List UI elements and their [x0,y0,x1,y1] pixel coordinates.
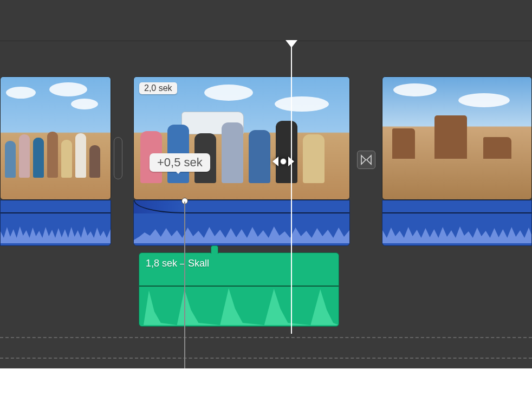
waveform [139,287,339,325]
timeline-guide-line [0,337,532,338]
volume-line[interactable] [1,212,111,213]
attached-audio-clip[interactable]: 1,8 sek – Skall [139,252,339,327]
volume-line[interactable] [139,286,339,287]
attached-audio-label: 1,8 sek – Skall [146,258,209,269]
clip-3-audio-track[interactable] [382,200,532,246]
fade-delta-tooltip: +0,5 sek [150,153,210,172]
clip-edge-trim-handle[interactable] [114,137,122,179]
clip-thumbnail [382,76,532,200]
waveform [382,222,531,243]
playhead[interactable] [291,41,292,334]
audio-attach-connector [211,245,218,254]
clip-duration-tooltip: 2,0 sek [139,82,177,94]
clip-thumbnail [133,76,350,200]
clip-thumbnail [0,76,111,200]
volume-line[interactable] [184,212,349,213]
callout-leader-line [184,202,185,368]
video-clip-1[interactable] [0,76,111,200]
timeline-guide-line [0,358,532,359]
clip-2-audio-track[interactable] [133,200,350,246]
page-footer-blank [0,368,532,402]
volume-line[interactable] [382,212,531,213]
timeline-ruler-strip [0,0,532,41]
transition-icon[interactable] [357,151,375,169]
timeline[interactable]: 2,0 sek +0,5 sek [0,0,532,368]
video-clip-3[interactable] [382,76,532,200]
waveform [134,222,349,243]
timeline-ruler-divider [0,41,532,41]
video-clip-2[interactable]: 2,0 sek [133,76,350,200]
clip-1-audio-track[interactable] [0,200,111,246]
waveform [1,222,111,243]
